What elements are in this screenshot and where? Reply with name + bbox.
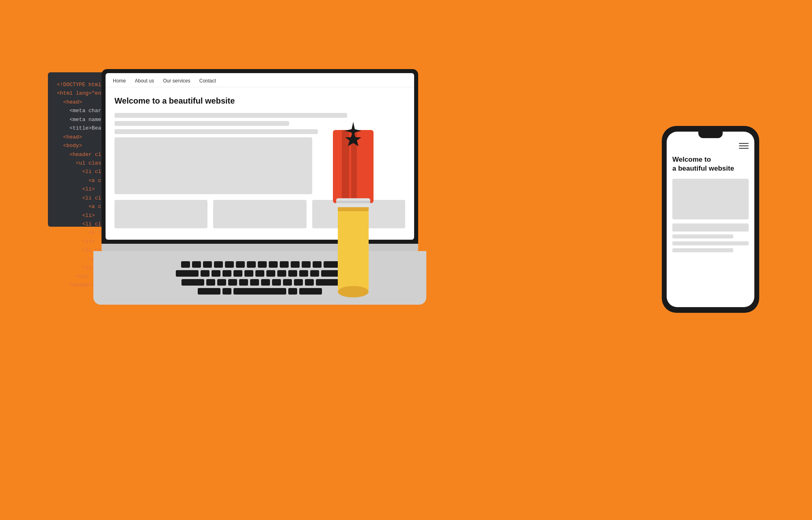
key (181, 261, 190, 268)
key (255, 270, 264, 277)
key (225, 261, 234, 268)
key (277, 270, 286, 277)
hamburger-line-3 (739, 148, 749, 149)
key (283, 279, 292, 286)
phone-placeholder-3 (672, 241, 749, 245)
key (244, 270, 253, 277)
key (288, 288, 297, 295)
nav-contact[interactable]: Contact (199, 78, 216, 84)
key (236, 261, 245, 268)
phone-hero-placeholder (672, 179, 749, 219)
content-placeholder-2 (114, 121, 289, 126)
content-placeholder-3 (114, 129, 318, 134)
key (198, 288, 220, 295)
key (217, 279, 226, 286)
key (228, 279, 237, 286)
key (250, 279, 259, 286)
key (203, 261, 212, 268)
key (272, 279, 281, 286)
phone-outer: Welcome toa beautiful website (662, 126, 759, 313)
svg-rect-1 (342, 130, 349, 203)
key (280, 261, 289, 268)
key (269, 261, 278, 268)
nav-services[interactable]: Our services (163, 78, 190, 84)
spacebar-key (233, 288, 286, 295)
col-1 (114, 200, 207, 228)
svg-rect-6 (336, 201, 370, 203)
phone-screen: Welcome toa beautiful website (667, 132, 754, 307)
svg-rect-3 (338, 203, 369, 292)
key (214, 261, 223, 268)
key (288, 270, 297, 277)
key (212, 270, 220, 277)
key (222, 270, 231, 277)
phone-title: Welcome toa beautiful website (672, 155, 749, 173)
key (176, 270, 199, 277)
key (206, 279, 215, 286)
phone-placeholder-1 (672, 223, 749, 232)
key (291, 261, 300, 268)
key (299, 270, 308, 277)
key (181, 279, 204, 286)
key (247, 261, 256, 268)
key (222, 288, 231, 295)
key (233, 270, 242, 277)
nav-home[interactable]: Home (113, 78, 126, 84)
col-2 (213, 200, 306, 228)
hamburger-line-1 (739, 143, 749, 144)
key (266, 270, 275, 277)
phone-placeholder-4 (672, 248, 733, 252)
hamburger-menu[interactable] (672, 143, 749, 149)
hamburger-line-2 (739, 145, 749, 146)
nav-about[interactable]: About us (135, 78, 154, 84)
key (201, 270, 209, 277)
svg-point-7 (338, 286, 369, 297)
key (192, 261, 201, 268)
phone: Welcome toa beautiful website (662, 126, 759, 313)
phone-placeholder-2 (672, 234, 733, 238)
key (258, 261, 267, 268)
hero-image-placeholder (114, 137, 312, 194)
paintbrush-illustration (309, 69, 398, 321)
key (261, 279, 270, 286)
key (239, 279, 248, 286)
phone-notch (698, 132, 723, 138)
key (294, 279, 303, 286)
